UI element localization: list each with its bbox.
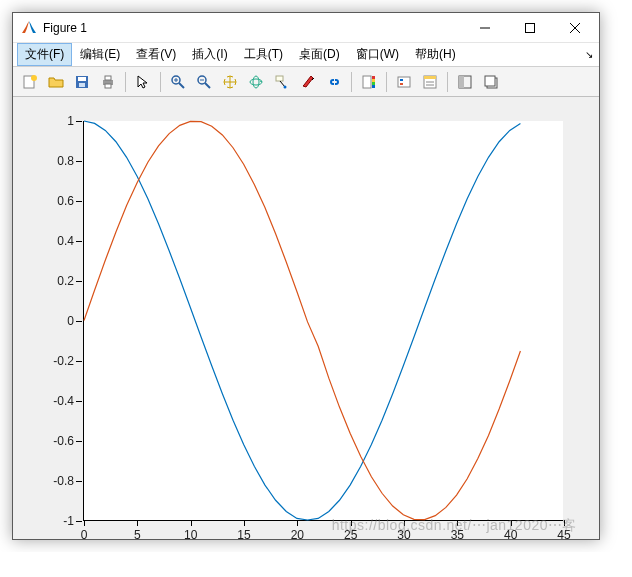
x-tick [244, 520, 245, 526]
zoom-in-icon[interactable] [166, 70, 190, 94]
y-tick [76, 201, 82, 202]
menu-edit[interactable]: 编辑(E) [72, 43, 128, 66]
svg-rect-10 [105, 76, 111, 80]
open-icon[interactable] [44, 70, 68, 94]
link-icon[interactable] [322, 70, 346, 94]
x-tick [137, 520, 138, 526]
svg-rect-8 [79, 83, 85, 87]
toolbar [13, 67, 599, 97]
y-tick-label: 0 [67, 314, 74, 328]
menu-insert[interactable]: 插入(I) [184, 43, 235, 66]
y-tick [76, 361, 82, 362]
x-tick-label: 5 [134, 528, 141, 542]
legend-icon[interactable] [392, 70, 416, 94]
svg-rect-39 [485, 76, 495, 86]
toolbar-separator [351, 72, 352, 92]
save-icon[interactable] [70, 70, 94, 94]
y-tick-label: -0.8 [53, 474, 74, 488]
svg-rect-7 [78, 77, 86, 81]
menu-window[interactable]: 窗口(W) [348, 43, 407, 66]
x-tick [84, 520, 85, 526]
y-tick [76, 441, 82, 442]
svg-point-23 [284, 85, 287, 88]
x-tick [564, 520, 565, 526]
line-series [84, 121, 563, 520]
menu-tools[interactable]: 工具(T) [236, 43, 291, 66]
minimize-button[interactable] [462, 14, 507, 42]
titlebar: Figure 1 [13, 13, 599, 43]
pointer-icon[interactable] [131, 70, 155, 94]
svg-rect-1 [525, 23, 534, 32]
x-tick-label: 25 [344, 528, 357, 542]
menu-desktop[interactable]: 桌面(D) [291, 43, 348, 66]
x-tick [511, 520, 512, 526]
zoom-out-icon[interactable] [192, 70, 216, 94]
colorbar-icon[interactable] [357, 70, 381, 94]
menu-overflow-icon[interactable]: ↘ [585, 49, 593, 60]
menubar: 文件(F) 编辑(E) 查看(V) 插入(I) 工具(T) 桌面(D) 窗口(W… [13, 43, 599, 67]
y-tick [76, 401, 82, 402]
axes[interactable]: -1-0.8-0.6-0.4-0.200.20.40.60.8105101520… [83, 121, 563, 521]
y-tick-label: -0.2 [53, 354, 74, 368]
svg-rect-27 [372, 82, 375, 85]
svg-rect-26 [372, 79, 375, 82]
svg-rect-33 [424, 76, 436, 79]
x-tick [457, 520, 458, 526]
annotations-icon[interactable] [418, 70, 442, 94]
y-tick [76, 121, 82, 122]
figure-canvas[interactable]: -1-0.8-0.6-0.4-0.200.20.40.60.8105101520… [13, 97, 599, 539]
svg-rect-11 [105, 84, 111, 88]
rotate3d-icon[interactable] [244, 70, 268, 94]
menu-view[interactable]: 查看(V) [128, 43, 184, 66]
svg-line-17 [205, 83, 210, 88]
x-tick-label: 35 [451, 528, 464, 542]
close-button[interactable] [552, 14, 597, 42]
y-tick [76, 321, 82, 322]
toolbar-separator [447, 72, 448, 92]
data-cursor-icon[interactable] [270, 70, 294, 94]
y-tick [76, 281, 82, 282]
x-tick-label: 45 [557, 528, 570, 542]
y-tick-label: 0.2 [57, 274, 74, 288]
svg-point-5 [31, 75, 37, 81]
menu-help[interactable]: 帮助(H) [407, 43, 464, 66]
y-tick-label: 0.4 [57, 234, 74, 248]
y-tick [76, 161, 82, 162]
undock-icon[interactable] [479, 70, 503, 94]
x-tick [297, 520, 298, 526]
x-tick-label: 20 [291, 528, 304, 542]
window-title: Figure 1 [43, 21, 87, 35]
figure-window: Figure 1 文件(F) 编辑(E) 查看(V) 插入(I) 工具(T) 桌… [12, 12, 600, 540]
dock-icon[interactable] [453, 70, 477, 94]
maximize-button[interactable] [507, 14, 552, 42]
svg-rect-29 [398, 77, 410, 87]
svg-rect-25 [372, 76, 375, 79]
x-tick-label: 40 [504, 528, 517, 542]
new-figure-icon[interactable] [18, 70, 42, 94]
x-tick-label: 30 [397, 528, 410, 542]
y-tick-label: -1 [63, 514, 74, 528]
brush-icon[interactable] [296, 70, 320, 94]
svg-point-20 [253, 76, 259, 88]
svg-rect-37 [459, 76, 464, 88]
svg-rect-28 [372, 85, 375, 88]
toolbar-separator [160, 72, 161, 92]
y-tick [76, 241, 82, 242]
x-tick [351, 520, 352, 526]
matlab-icon [21, 20, 37, 36]
print-icon[interactable] [96, 70, 120, 94]
toolbar-separator [125, 72, 126, 92]
y-tick-label: 1 [67, 114, 74, 128]
y-tick-label: -0.6 [53, 434, 74, 448]
y-tick-label: 0.8 [57, 154, 74, 168]
x-tick-label: 15 [237, 528, 250, 542]
pan-icon[interactable] [218, 70, 242, 94]
svg-line-13 [179, 83, 184, 88]
x-tick-label: 0 [81, 528, 88, 542]
toolbar-separator [386, 72, 387, 92]
y-tick [76, 521, 82, 522]
x-tick [191, 520, 192, 526]
y-tick-label: -0.4 [53, 394, 74, 408]
y-tick-label: 0.6 [57, 194, 74, 208]
menu-file[interactable]: 文件(F) [17, 43, 72, 66]
